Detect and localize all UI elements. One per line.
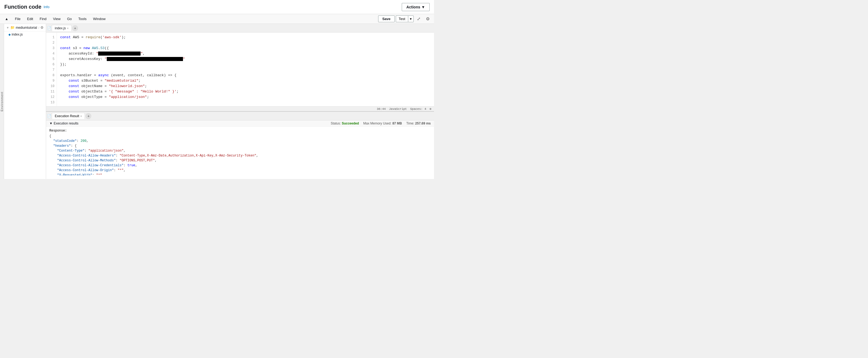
line-num-11: 11 <box>46 89 57 94</box>
settings-icon[interactable]: ⚙ <box>424 15 432 23</box>
slash-separator: / <box>38 26 39 29</box>
title-area: Function code Info <box>4 4 49 10</box>
test-button-group: Test ▾ <box>396 16 414 22</box>
code-lines[interactable]: const AWS = require('aws-sdk'); const s3… <box>57 33 434 106</box>
file-panel: ▼ 📁 mediumtutorial / ⚙ ◆ index.js <box>4 24 46 179</box>
info-link[interactable]: Info <box>44 5 50 9</box>
menu-item-window[interactable]: Window <box>90 16 108 22</box>
line-num-6: 6 <box>46 62 57 67</box>
expand-icon[interactable]: ⤢ <box>415 15 423 23</box>
code-line-10: const objectName = "helloworld.json"; <box>60 84 431 89</box>
code-line-6: }); <box>60 62 431 67</box>
line-num-13: 13 <box>46 100 57 105</box>
memory-value: 87 MB <box>392 121 402 125</box>
editor-area: 📄 index.js × + 1 2 3 4 5 6 7 8 9 <box>46 24 434 179</box>
code-line-1: const AWS = require('aws-sdk'); <box>60 35 431 40</box>
code-line-4: accessKeyId: "████████████████████", <box>60 51 431 56</box>
status-label-text: Status: Succeeded <box>331 121 359 125</box>
editor-tabs: 📄 index.js × + <box>46 24 434 33</box>
line-num-10: 10 <box>46 84 57 89</box>
bottom-tab-label: Execution Result <box>55 114 79 118</box>
exec-section-title: Execution results <box>54 121 78 125</box>
menu-item-find[interactable]: Find <box>37 16 49 22</box>
file-type-icon: ◆ <box>8 33 10 36</box>
line-num-1: 1 <box>46 35 57 40</box>
code-line-7 <box>60 67 431 73</box>
line-num-5: 5 <box>46 56 57 62</box>
time-value: 257.69 ms <box>415 121 431 125</box>
menu-item-collapse[interactable]: ▲ <box>2 16 11 22</box>
line-num-8: 8 <box>46 73 57 78</box>
bottom-panel: 📄 Execution Result × + ▼ Execution resul… <box>46 111 434 179</box>
bottom-tab-file-icon: 📄 <box>47 114 51 118</box>
code-content[interactable]: 1 2 3 4 5 6 7 8 9 10 11 12 13 14 15 <box>46 33 434 106</box>
editor-settings-icon[interactable]: ⚙ <box>429 107 431 111</box>
top-header: Function code Info Actions ▼ <box>0 0 434 14</box>
exec-collapse-icon: ▼ <box>49 121 53 125</box>
code-line-3: const s3 = new AWS.S3({ <box>60 46 431 51</box>
menu-item-edit[interactable]: Edit <box>24 16 36 22</box>
collapse-arrow-icon: ▼ <box>6 26 9 29</box>
test-dropdown-button[interactable]: ▾ <box>408 16 414 22</box>
line-num-9: 9 <box>46 78 57 84</box>
page-title: Function code <box>4 4 41 10</box>
save-button[interactable]: Save <box>378 16 395 22</box>
code-line-2 <box>60 40 431 46</box>
response-label: Response: <box>49 129 431 132</box>
sidebar: Environment <box>0 24 4 179</box>
editor-statusbar: 36:44 JavaScript Spaces: 4 ⚙ <box>46 106 434 111</box>
folder-settings-icon[interactable]: ⚙ <box>40 26 44 30</box>
exec-status: Status: Succeeded Max Memory Used: 87 MB… <box>331 121 431 125</box>
response-json: { "statusCode": 200, "headers": { "Conte… <box>49 134 431 176</box>
status-value: Succeeded <box>342 121 359 125</box>
line-num-2: 2 <box>46 40 57 46</box>
bottom-tab-add-button[interactable]: + <box>85 113 91 119</box>
code-line-12: const objectType = "application/json"; <box>60 94 431 100</box>
bottom-tabs: 📄 Execution Result × + <box>46 112 434 120</box>
file-name: index.js <box>12 33 23 36</box>
file-item-index-js[interactable]: ◆ index.js <box>4 31 46 37</box>
sidebar-label: Environment <box>0 92 3 112</box>
file-panel-header: ▼ 📁 mediumtutorial / ⚙ <box>4 24 46 31</box>
tab-close-icon[interactable]: × <box>67 27 69 30</box>
menu-bar: ▲ File Edit Find View Go Tools Window Sa… <box>0 14 434 24</box>
execution-header: ▼ Execution results Status: Succeeded Ma… <box>46 120 434 127</box>
time-label-text: Time: 257.69 ms <box>406 121 431 125</box>
menu-item-view[interactable]: View <box>51 16 63 22</box>
bottom-tab-execution[interactable]: Execution Result × <box>52 113 85 119</box>
code-line-5: secretAccessKey: "██████████████████████… <box>60 56 431 62</box>
tab-label: index.js <box>55 26 66 30</box>
code-line-11: const objectData = '{ "message" : "Hello… <box>60 89 431 94</box>
tab-file-icon: 📄 <box>47 26 51 30</box>
cursor-position: 36:44 <box>377 108 386 111</box>
folder-icon: 📁 <box>10 26 14 30</box>
code-line-9: const s3Bucket = "mediumtutorial"; <box>60 78 431 84</box>
line-num-3: 3 <box>46 46 57 51</box>
spaces-label: Spaces: 4 <box>410 108 426 111</box>
exec-title: ▼ Execution results <box>49 121 78 125</box>
menu-item-go[interactable]: Go <box>64 16 74 22</box>
menu-item-file[interactable]: File <box>12 16 23 22</box>
memory-label-text: Max Memory Used: 87 MB <box>363 121 402 125</box>
menu-item-tools[interactable]: Tools <box>75 16 89 22</box>
code-line-13 <box>60 100 431 105</box>
exec-body: Response: { "statusCode": 200, "headers"… <box>46 127 434 176</box>
line-numbers: 1 2 3 4 5 6 7 8 9 10 11 12 13 14 15 <box>46 33 57 106</box>
folder-name: mediumtutorial <box>16 26 37 30</box>
editor-tab-index-js[interactable]: index.js × <box>52 25 71 31</box>
main-content: Environment ▼ 📁 mediumtutorial / ⚙ ◆ ind… <box>0 24 434 179</box>
language-label: JavaScript <box>389 108 407 111</box>
test-button[interactable]: Test <box>396 16 408 22</box>
actions-button[interactable]: Actions ▼ <box>402 3 430 11</box>
line-num-4: 4 <box>46 51 57 56</box>
line-num-7: 7 <box>46 67 57 73</box>
bottom-tab-close-icon[interactable]: × <box>80 115 82 118</box>
tab-add-button[interactable]: + <box>72 25 78 31</box>
line-num-12: 12 <box>46 94 57 100</box>
code-editor: 1 2 3 4 5 6 7 8 9 10 11 12 13 14 15 <box>46 33 434 111</box>
code-line-8: exports.handler = async (event, context,… <box>60 73 431 78</box>
